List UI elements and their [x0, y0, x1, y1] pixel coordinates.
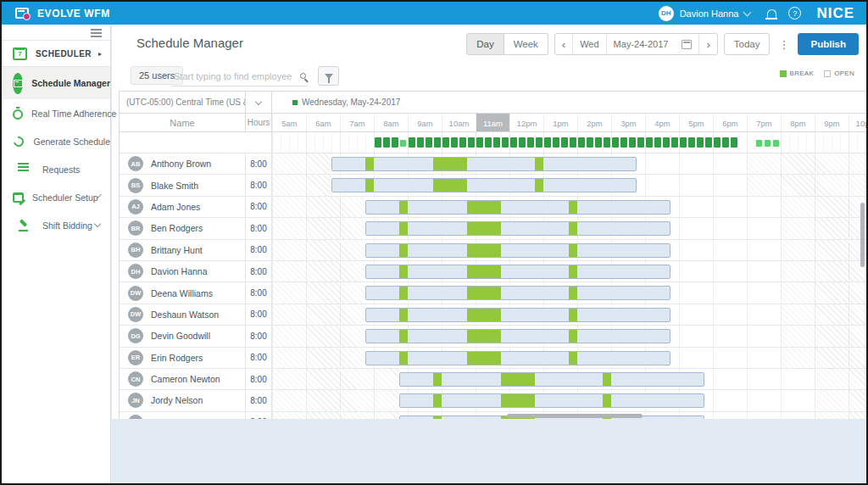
break-block[interactable] [535, 158, 543, 170]
break-block[interactable] [399, 352, 408, 365]
employee-name-cell[interactable]: DWDeshaun Watson [120, 304, 246, 325]
lunch-block[interactable] [467, 244, 501, 257]
lunch-block[interactable] [433, 179, 467, 192]
break-block[interactable] [569, 330, 577, 343]
employee-name-cell[interactable]: BSBlake Smith [120, 175, 246, 195]
employee-name: Anthony Brown [151, 159, 211, 169]
break-block[interactable] [433, 373, 442, 386]
timezone-row: (UTC-05:00) Central Time (US & Canada) W… [120, 92, 866, 114]
publish-button[interactable]: Publish [798, 33, 859, 55]
shift-bar[interactable] [365, 308, 670, 322]
vertical-scrollbar[interactable] [860, 203, 865, 267]
break-block[interactable] [569, 265, 577, 278]
search-input[interactable] [172, 70, 300, 82]
filter-button[interactable] [318, 66, 339, 86]
hamburger-menu-icon[interactable] [91, 32, 102, 34]
break-block[interactable] [569, 309, 577, 321]
shift-bar[interactable] [365, 265, 670, 279]
lunch-block[interactable] [467, 201, 501, 214]
break-block[interactable] [399, 309, 408, 321]
employee-name-cell[interactable]: BHBrittany Hunt [120, 240, 246, 260]
next-day-button[interactable]: › [698, 34, 716, 54]
avatar: JN [128, 393, 143, 408]
break-block[interactable] [569, 222, 577, 235]
sidebar-item-requests[interactable]: Requests [2, 155, 110, 183]
break-block[interactable] [365, 158, 374, 170]
timezone-dropdown[interactable] [246, 92, 272, 113]
today-button[interactable]: Today [724, 33, 771, 55]
calendar-picker-icon[interactable] [682, 40, 692, 49]
break-block[interactable] [569, 244, 577, 257]
shift-bar[interactable] [399, 372, 704, 387]
user-name: Davion Hanna [680, 8, 739, 19]
open-legend-label: OPEN [834, 70, 854, 77]
break-block[interactable] [365, 179, 374, 192]
page-title: Schedule Manager [136, 36, 243, 50]
break-block[interactable] [399, 244, 408, 257]
employee-name-cell[interactable]: ERErin Rodgers [120, 348, 246, 368]
help-icon[interactable]: ? [788, 7, 801, 20]
shift-bar[interactable] [365, 351, 670, 365]
app-window: EVOLVE WFM DH Davion Hanna ? NICE 7 SCHE… [0, 0, 868, 485]
break-block[interactable] [433, 416, 442, 419]
shift-bar[interactable] [365, 200, 670, 215]
lunch-block[interactable] [467, 309, 501, 321]
break-block[interactable] [399, 330, 408, 343]
employee-name: Jordy Nelson [151, 395, 203, 405]
search-icon[interactable] [300, 73, 306, 79]
break-block[interactable] [569, 287, 577, 299]
employee-name-cell[interactable]: DHDavion Hanna [120, 261, 246, 282]
break-block[interactable] [603, 394, 611, 407]
sidebar-item-real-time-adherence[interactable]: Real Time Adherence [2, 99, 110, 127]
shift-bar[interactable] [365, 243, 670, 258]
break-block[interactable] [399, 287, 408, 299]
shift-bar[interactable] [331, 178, 637, 192]
day-button[interactable]: Day [466, 33, 504, 55]
shift-bar[interactable] [331, 157, 637, 171]
break-block[interactable] [569, 201, 577, 214]
employee-name-cell[interactable]: CNCameron Newton [120, 369, 246, 389]
horizontal-scrollbar[interactable] [507, 414, 643, 418]
sidebar-item-schedule-manager[interactable]: Schedule Manager [2, 67, 110, 99]
employee-name-cell[interactable]: JNJordy Nelson [120, 390, 246, 410]
lunch-block[interactable] [467, 330, 501, 343]
employee-name-cell[interactable]: DGDevin Goodwill [120, 326, 246, 346]
break-block[interactable] [399, 265, 408, 278]
sidebar-item-shift-bidding[interactable]: Shift Bidding [2, 211, 110, 239]
break-block[interactable] [399, 222, 408, 235]
shift-bar[interactable] [365, 221, 670, 236]
employee-name-cell[interactable]: AJAdam Jones [120, 197, 246, 217]
notifications-bell-icon[interactable] [767, 9, 776, 18]
employee-name-cell[interactable]: DWDeena Williams [120, 282, 246, 303]
sidebar-item-scheduler-setup[interactable]: Scheduler Setup [2, 183, 110, 211]
break-block[interactable] [535, 179, 543, 192]
week-button[interactable]: Week [504, 33, 548, 55]
sidebar-item-generate-schedule[interactable]: Generate Schedule [2, 127, 110, 155]
sidebar-item-scheduler[interactable]: 7 SCHEDULER ▸ [2, 41, 110, 67]
lunch-block[interactable] [467, 222, 501, 235]
unavailable-hatch [815, 390, 866, 410]
lunch-block[interactable] [467, 287, 501, 299]
shift-bar[interactable] [365, 286, 670, 300]
lunch-block[interactable] [433, 158, 467, 170]
break-block[interactable] [569, 352, 577, 365]
lunch-block[interactable] [467, 265, 501, 278]
employee-name: Cameron Newton [151, 374, 220, 384]
lunch-block[interactable] [501, 373, 535, 386]
user-menu[interactable]: DH Davion Hanna [659, 6, 751, 21]
lunch-block[interactable] [501, 394, 535, 407]
break-block[interactable] [433, 394, 442, 407]
break-block[interactable] [603, 373, 611, 386]
employee-name-cell[interactable]: ABAnthony Brown [120, 153, 246, 174]
avatar: ER [128, 350, 143, 365]
prev-day-button[interactable]: ‹ [555, 34, 572, 54]
lunch-block[interactable] [467, 352, 501, 365]
coverage-slot-light [400, 140, 406, 147]
unavailable-hatch [781, 326, 866, 346]
shift-bar[interactable] [399, 393, 704, 408]
break-block[interactable] [399, 201, 408, 214]
employee-name-cell[interactable]: BRBen Rodgers [120, 218, 246, 238]
kebab-menu-button[interactable]: ⋮ [776, 38, 792, 51]
shift-bar[interactable] [365, 329, 670, 343]
employee-name-cell[interactable]: KWKaty Wentz [120, 412, 246, 419]
